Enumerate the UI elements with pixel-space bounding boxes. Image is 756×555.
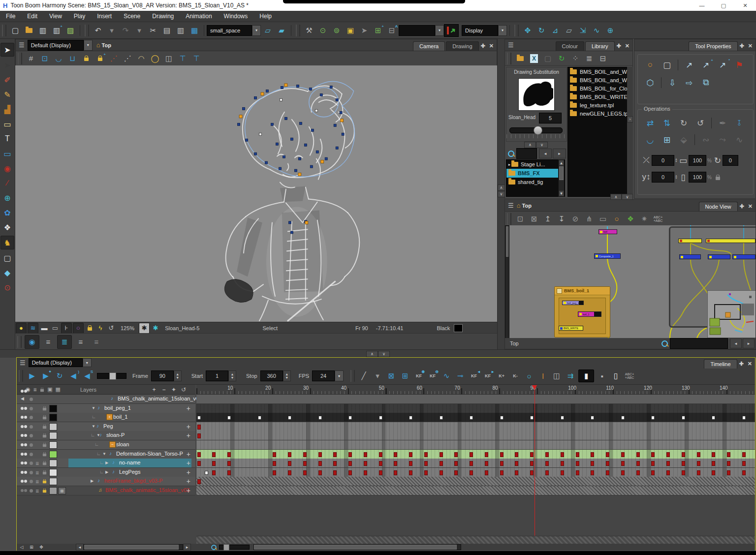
keyframe-red[interactable]: [409, 470, 412, 475]
paste-cells-icon[interactable]: ⊞: [399, 370, 411, 382]
camera-display-dropdown-arrow[interactable]: ▾: [84, 40, 93, 51]
line-type-menu[interactable]: ▾: [372, 370, 383, 382]
onion-skin-next-icon[interactable]: ⊔: [66, 53, 78, 64]
node-search-input[interactable]: [670, 338, 728, 349]
function-editor-button[interactable]: ➜: [444, 24, 459, 37]
keyframe-red[interactable]: [682, 470, 685, 475]
swatch-all-icon[interactable]: ▣: [47, 386, 52, 393]
layer-row-bms-chalk-animatic-15sloan-v03-snd[interactable]: ◀♪BMS_chalk_animatic_15sloan_v03_snd: [17, 395, 195, 404]
save-version-button[interactable]: ▥+: [51, 25, 63, 36]
control-point[interactable]: [288, 221, 291, 224]
layer-row-deformation-sloan-torso-p[interactable]: ∟▼♪Deformation-Sloan_Torso-P+: [17, 450, 195, 459]
control-point[interactable]: [296, 85, 299, 87]
keyframe-red[interactable]: [606, 470, 609, 475]
keyframe-red[interactable]: [440, 452, 443, 457]
exposure-mark[interactable]: [621, 416, 625, 420]
exposure-mark[interactable]: [500, 416, 504, 420]
colour-nodes-icon[interactable]: ❖: [625, 213, 636, 225]
tool-pencil[interactable]: ✎: [1, 88, 14, 101]
control-point[interactable]: [246, 139, 248, 141]
layer-solo-icon[interactable]: [30, 443, 33, 447]
keyframe-red[interactable]: [591, 452, 594, 457]
node-graph[interactable]: boil Composite_1 BMS_boil_1 boil_peg_1 b…: [505, 225, 756, 338]
marquee-select-icon[interactable]: ▢: [660, 59, 674, 71]
keyframe-red[interactable]: [424, 452, 428, 457]
tool-contour-editor[interactable]: ✿: [1, 206, 14, 219]
exposure-mark[interactable]: [440, 416, 443, 420]
node-peg-right-2[interactable]: [706, 239, 756, 243]
focus-node-icon[interactable]: ⊘: [569, 213, 581, 225]
keyframe-red[interactable]: [394, 452, 397, 457]
layer-colour-swatch[interactable]: [49, 432, 57, 439]
library-folder-bms-fx[interactable]: BMS_FX: [506, 169, 565, 178]
exposure-mark[interactable]: [379, 416, 382, 420]
layer-expand-icon[interactable]: ▼: [102, 452, 106, 456]
keyframe-red[interactable]: [424, 461, 428, 466]
keyframe-red[interactable]: [561, 470, 564, 475]
layer-row-heroframe-bkgd-v03-p[interactable]: ≣▶♪heroFrame_bkgd_v03-P+: [17, 477, 195, 486]
bg-color-swatch[interactable]: [454, 324, 463, 332]
layer-expand-icon[interactable]: ▶: [105, 470, 108, 474]
layer-name[interactable]: boil_peg_1: [104, 405, 131, 411]
keyframe-red[interactable]: [727, 452, 730, 457]
layer-row-boil-1[interactable]: ∟+boil_1: [17, 413, 195, 422]
layer-lock-icon[interactable]: [43, 417, 46, 420]
snap-options-icon[interactable]: ↗: [682, 59, 696, 71]
exposure-mark[interactable]: [227, 416, 231, 420]
keyframe-red[interactable]: [318, 452, 322, 457]
maximize-button[interactable]: ▢: [713, 0, 734, 11]
add-view-icon[interactable]: ✚: [615, 41, 623, 51]
add-view-icon[interactable]: ✚: [738, 202, 746, 211]
layer-thumb-box[interactable]: ▦: [58, 487, 66, 494]
control-point[interactable]: [254, 96, 257, 99]
tool-perspective[interactable]: ❖: [1, 221, 14, 234]
dot-cell-icon[interactable]: ▪: [596, 370, 608, 382]
track-row-0[interactable]: [196, 395, 755, 404]
smooth-icon[interactable]: ◡: [643, 133, 658, 146]
splitter-collapse-down[interactable]: ∨: [498, 191, 505, 197]
tree-scroll-thumb[interactable]: [559, 166, 564, 180]
add-key-exposure-icon[interactable]: K+: [496, 370, 507, 382]
layer-lock-icon[interactable]: [43, 444, 46, 447]
keyframe-red[interactable]: [348, 470, 352, 475]
layer-thumbnail-icon[interactable]: ≣: [35, 470, 39, 475]
skew-view-button[interactable]: ▱: [563, 25, 575, 36]
unlock-add-icon[interactable]: +: [94, 53, 106, 64]
control-point[interactable]: [254, 153, 257, 155]
keyframe-red[interactable]: [561, 461, 564, 466]
layer-lock-icon[interactable]: [43, 426, 46, 429]
layer-name[interactable]: sloan-P: [106, 432, 125, 438]
tool-marquee[interactable]: ▢: [1, 251, 14, 264]
layer-lock-icon[interactable]: [43, 453, 46, 456]
control-point[interactable]: [325, 157, 327, 160]
ease-curve-icon[interactable]: Ɩ: [537, 370, 549, 382]
angle-field[interactable]: 0: [723, 155, 738, 166]
exposure-mark[interactable]: [530, 416, 534, 420]
keyframe-red[interactable]: [636, 470, 640, 475]
layer-solo-icon[interactable]: [30, 425, 33, 429]
fps-field[interactable]: 24: [312, 370, 335, 381]
layer-row-boil-peg-1[interactable]: ▼♪boil_peg_1+: [17, 404, 195, 413]
light-table-icon[interactable]: ◠: [135, 53, 147, 64]
offset-y-field[interactable]: 0: [652, 172, 674, 183]
remove-key-exposure-icon[interactable]: K-: [509, 370, 521, 382]
zoom-level[interactable]: 125%: [121, 325, 134, 331]
keyframe-red[interactable]: [288, 452, 291, 457]
keyframe-red[interactable]: [636, 461, 640, 466]
control-point[interactable]: [336, 147, 338, 149]
layer-colour-swatch[interactable]: [49, 460, 57, 467]
cut-cells-icon[interactable]: ⊠: [385, 370, 397, 382]
add-substitution-button[interactable]: +: [187, 423, 190, 431]
delete-keyframe-icon[interactable]: KF⊖: [427, 370, 439, 382]
refresh-icon[interactable]: ↻: [556, 53, 567, 64]
keyframe-red[interactable]: [500, 452, 504, 457]
keyframe-red[interactable]: [621, 452, 625, 457]
tab-library[interactable]: Library: [585, 41, 615, 51]
keyframe-red[interactable]: [621, 470, 625, 475]
show-parent-button[interactable]: ⊙: [317, 25, 329, 36]
layer-solo-icon[interactable]: [30, 416, 33, 419]
keyframe-red[interactable]: [333, 461, 337, 466]
light-bulb-icon[interactable]: ●: [16, 323, 27, 334]
control-point[interactable]: [290, 231, 293, 234]
layer-solo-icon[interactable]: [30, 471, 33, 474]
